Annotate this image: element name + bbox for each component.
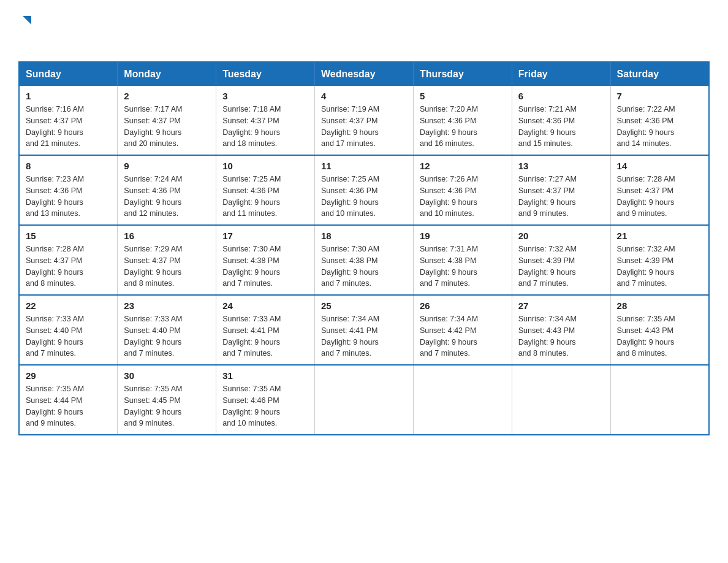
calendar-week-row: 22 Sunrise: 7:33 AM Sunset: 4:40 PM Dayl… xyxy=(19,295,709,365)
calendar-cell: 4 Sunrise: 7:19 AM Sunset: 4:37 PM Dayli… xyxy=(315,86,414,155)
calendar-header-friday: Friday xyxy=(512,62,610,86)
day-number: 24 xyxy=(222,301,308,311)
day-number: 20 xyxy=(518,231,604,241)
calendar-cell: 5 Sunrise: 7:20 AM Sunset: 4:36 PM Dayli… xyxy=(413,86,512,155)
calendar-cell: 2 Sunrise: 7:17 AM Sunset: 4:37 PM Dayli… xyxy=(118,86,216,155)
day-number: 22 xyxy=(26,301,111,311)
calendar-cell: 21 Sunrise: 7:32 AM Sunset: 4:39 PM Dayl… xyxy=(610,225,709,295)
day-info: Sunrise: 7:34 AM Sunset: 4:43 PM Dayligh… xyxy=(518,313,604,359)
calendar-header-saturday: Saturday xyxy=(610,62,709,86)
day-info: Sunrise: 7:31 AM Sunset: 4:38 PM Dayligh… xyxy=(420,243,506,289)
day-number: 19 xyxy=(420,231,506,241)
calendar-header-monday: Monday xyxy=(118,62,216,86)
calendar-cell: 17 Sunrise: 7:30 AM Sunset: 4:38 PM Dayl… xyxy=(216,225,315,295)
day-info: Sunrise: 7:35 AM Sunset: 4:45 PM Dayligh… xyxy=(124,383,210,429)
day-info: Sunrise: 7:30 AM Sunset: 4:38 PM Dayligh… xyxy=(222,243,308,289)
day-info: Sunrise: 7:33 AM Sunset: 4:40 PM Dayligh… xyxy=(26,313,111,359)
day-number: 3 xyxy=(222,91,308,101)
day-number: 8 xyxy=(26,161,111,171)
calendar-cell: 25 Sunrise: 7:34 AM Sunset: 4:41 PM Dayl… xyxy=(315,295,414,365)
day-number: 29 xyxy=(26,370,111,381)
day-info: Sunrise: 7:23 AM Sunset: 4:36 PM Dayligh… xyxy=(26,174,111,220)
calendar-cell: 30 Sunrise: 7:35 AM Sunset: 4:45 PM Dayl… xyxy=(118,365,216,435)
day-info: Sunrise: 7:26 AM Sunset: 4:36 PM Dayligh… xyxy=(420,174,506,220)
day-info: Sunrise: 7:16 AM Sunset: 4:37 PM Dayligh… xyxy=(26,104,111,150)
day-info: Sunrise: 7:32 AM Sunset: 4:39 PM Dayligh… xyxy=(518,243,604,289)
day-number: 12 xyxy=(420,161,506,171)
day-number: 16 xyxy=(124,231,210,241)
calendar-cell: 19 Sunrise: 7:31 AM Sunset: 4:38 PM Dayl… xyxy=(413,225,512,295)
calendar-cell: 20 Sunrise: 7:32 AM Sunset: 4:39 PM Dayl… xyxy=(512,225,610,295)
calendar-cell: 12 Sunrise: 7:26 AM Sunset: 4:36 PM Dayl… xyxy=(413,155,512,225)
day-number: 21 xyxy=(617,231,702,241)
calendar-cell: 15 Sunrise: 7:28 AM Sunset: 4:37 PM Dayl… xyxy=(19,225,118,295)
calendar-table: SundayMondayTuesdayWednesdayThursdayFrid… xyxy=(18,61,710,435)
calendar-cell: 27 Sunrise: 7:34 AM Sunset: 4:43 PM Dayl… xyxy=(512,295,610,365)
day-info: Sunrise: 7:29 AM Sunset: 4:37 PM Dayligh… xyxy=(124,243,210,289)
day-number: 13 xyxy=(518,161,604,171)
day-info: Sunrise: 7:34 AM Sunset: 4:41 PM Dayligh… xyxy=(321,313,407,359)
calendar-cell xyxy=(413,365,512,435)
calendar-cell: 3 Sunrise: 7:18 AM Sunset: 4:37 PM Dayli… xyxy=(216,86,315,155)
day-number: 5 xyxy=(420,91,506,101)
calendar-week-row: 15 Sunrise: 7:28 AM Sunset: 4:37 PM Dayl… xyxy=(19,225,709,295)
day-number: 1 xyxy=(26,91,111,101)
svg-marker-0 xyxy=(23,16,31,25)
calendar-cell: 16 Sunrise: 7:29 AM Sunset: 4:37 PM Dayl… xyxy=(118,225,216,295)
day-number: 6 xyxy=(518,91,604,101)
day-info: Sunrise: 7:20 AM Sunset: 4:36 PM Dayligh… xyxy=(420,104,506,150)
day-info: Sunrise: 7:28 AM Sunset: 4:37 PM Dayligh… xyxy=(617,174,702,220)
day-number: 18 xyxy=(321,231,407,241)
day-info: Sunrise: 7:24 AM Sunset: 4:36 PM Dayligh… xyxy=(124,174,210,220)
calendar-cell: 24 Sunrise: 7:33 AM Sunset: 4:41 PM Dayl… xyxy=(216,295,315,365)
calendar-header-thursday: Thursday xyxy=(413,62,512,86)
page-header xyxy=(18,12,710,49)
day-info: Sunrise: 7:35 AM Sunset: 4:43 PM Dayligh… xyxy=(617,313,702,359)
calendar-week-row: 8 Sunrise: 7:23 AM Sunset: 4:36 PM Dayli… xyxy=(19,155,709,225)
calendar-week-row: 1 Sunrise: 7:16 AM Sunset: 4:37 PM Dayli… xyxy=(19,86,709,155)
day-number: 27 xyxy=(518,301,604,311)
calendar-cell: 7 Sunrise: 7:22 AM Sunset: 4:36 PM Dayli… xyxy=(610,86,709,155)
calendar-cell: 14 Sunrise: 7:28 AM Sunset: 4:37 PM Dayl… xyxy=(610,155,709,225)
calendar-header-sunday: Sunday xyxy=(19,62,118,86)
day-info: Sunrise: 7:21 AM Sunset: 4:36 PM Dayligh… xyxy=(518,104,604,150)
calendar-cell: 26 Sunrise: 7:34 AM Sunset: 4:42 PM Dayl… xyxy=(413,295,512,365)
day-number: 30 xyxy=(124,370,210,381)
day-info: Sunrise: 7:25 AM Sunset: 4:36 PM Dayligh… xyxy=(222,174,308,220)
logo xyxy=(18,12,36,49)
day-info: Sunrise: 7:35 AM Sunset: 4:46 PM Dayligh… xyxy=(222,383,308,429)
day-info: Sunrise: 7:18 AM Sunset: 4:37 PM Dayligh… xyxy=(222,104,308,150)
day-info: Sunrise: 7:22 AM Sunset: 4:36 PM Dayligh… xyxy=(617,104,702,150)
calendar-cell: 18 Sunrise: 7:30 AM Sunset: 4:38 PM Dayl… xyxy=(315,225,414,295)
calendar-cell: 6 Sunrise: 7:21 AM Sunset: 4:36 PM Dayli… xyxy=(512,86,610,155)
day-info: Sunrise: 7:17 AM Sunset: 4:37 PM Dayligh… xyxy=(124,104,210,150)
calendar-header-row: SundayMondayTuesdayWednesdayThursdayFrid… xyxy=(19,62,709,86)
day-number: 23 xyxy=(124,301,210,311)
day-info: Sunrise: 7:27 AM Sunset: 4:37 PM Dayligh… xyxy=(518,174,604,220)
day-info: Sunrise: 7:19 AM Sunset: 4:37 PM Dayligh… xyxy=(321,104,407,150)
day-number: 28 xyxy=(617,301,702,311)
calendar-cell: 23 Sunrise: 7:33 AM Sunset: 4:40 PM Dayl… xyxy=(118,295,216,365)
calendar-header-tuesday: Tuesday xyxy=(216,62,315,86)
calendar-cell xyxy=(315,365,414,435)
day-number: 10 xyxy=(222,161,308,171)
day-number: 4 xyxy=(321,91,407,101)
day-number: 26 xyxy=(420,301,506,311)
calendar-cell: 13 Sunrise: 7:27 AM Sunset: 4:37 PM Dayl… xyxy=(512,155,610,225)
calendar-cell: 31 Sunrise: 7:35 AM Sunset: 4:46 PM Dayl… xyxy=(216,365,315,435)
day-number: 2 xyxy=(124,91,210,101)
day-number: 17 xyxy=(222,231,308,241)
calendar-cell: 29 Sunrise: 7:35 AM Sunset: 4:44 PM Dayl… xyxy=(19,365,118,435)
calendar-cell: 11 Sunrise: 7:25 AM Sunset: 4:36 PM Dayl… xyxy=(315,155,414,225)
calendar-header-wednesday: Wednesday xyxy=(315,62,414,86)
day-number: 11 xyxy=(321,161,407,171)
calendar-cell: 8 Sunrise: 7:23 AM Sunset: 4:36 PM Dayli… xyxy=(19,155,118,225)
calendar-cell xyxy=(610,365,709,435)
day-info: Sunrise: 7:32 AM Sunset: 4:39 PM Dayligh… xyxy=(617,243,702,289)
day-number: 31 xyxy=(222,370,308,381)
calendar-cell: 22 Sunrise: 7:33 AM Sunset: 4:40 PM Dayl… xyxy=(19,295,118,365)
day-number: 25 xyxy=(321,301,407,311)
calendar-cell: 1 Sunrise: 7:16 AM Sunset: 4:37 PM Dayli… xyxy=(19,86,118,155)
calendar-cell: 9 Sunrise: 7:24 AM Sunset: 4:36 PM Dayli… xyxy=(118,155,216,225)
day-info: Sunrise: 7:33 AM Sunset: 4:41 PM Dayligh… xyxy=(222,313,308,359)
